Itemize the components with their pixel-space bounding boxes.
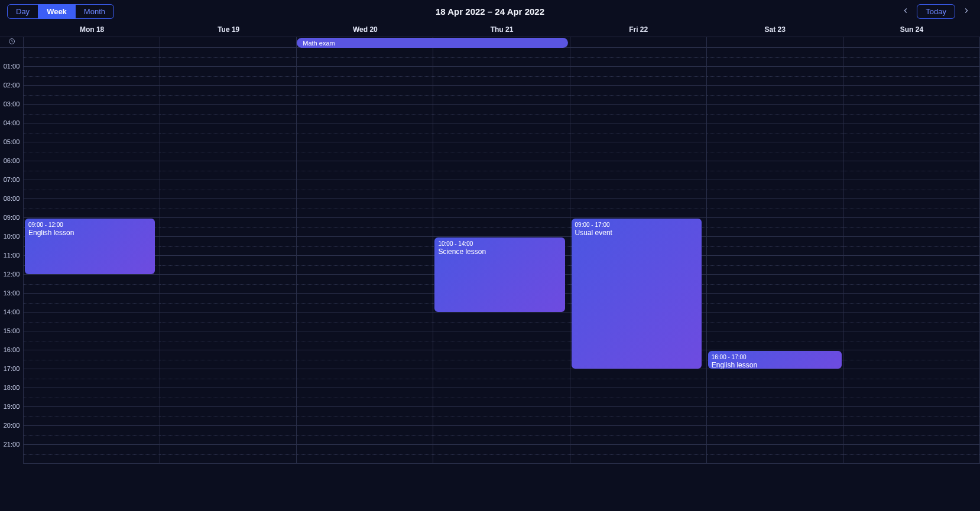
day-column[interactable]: 10:00 - 14:00Science lesson — [433, 48, 570, 464]
hour-cell[interactable] — [707, 294, 843, 313]
hour-cell[interactable] — [433, 313, 569, 331]
hour-cell[interactable] — [24, 180, 160, 199]
hour-cell[interactable] — [570, 86, 706, 105]
hour-cell[interactable] — [843, 199, 979, 218]
hour-cell[interactable] — [297, 426, 433, 445]
hour-cell[interactable] — [843, 218, 979, 237]
hour-cell[interactable] — [707, 199, 843, 218]
hour-cell[interactable] — [24, 161, 160, 180]
hour-cell[interactable] — [297, 123, 433, 142]
hour-cell[interactable] — [843, 67, 979, 86]
day-header[interactable]: Sat 23 — [707, 25, 843, 34]
hour-cell[interactable] — [433, 142, 569, 161]
hour-cell[interactable] — [160, 105, 296, 123]
hour-cell[interactable] — [24, 199, 160, 218]
hour-cell[interactable] — [24, 313, 160, 331]
hour-cell[interactable] — [160, 426, 296, 445]
hour-cell[interactable] — [160, 256, 296, 275]
hour-cell[interactable] — [843, 445, 979, 464]
hour-cell[interactable] — [24, 388, 160, 407]
hour-cell[interactable] — [297, 237, 433, 256]
hour-cell[interactable] — [433, 369, 569, 388]
hour-cell[interactable] — [297, 294, 433, 313]
calendar-event[interactable]: 09:00 - 12:00English lesson — [25, 219, 155, 274]
day-column[interactable] — [843, 48, 980, 464]
hour-cell[interactable] — [160, 48, 296, 67]
hour-cell[interactable] — [843, 388, 979, 407]
hour-cell[interactable] — [707, 313, 843, 331]
hour-cell[interactable] — [570, 67, 706, 86]
hour-cell[interactable] — [297, 199, 433, 218]
hour-cell[interactable] — [570, 123, 706, 142]
hour-cell[interactable] — [433, 331, 569, 350]
hour-cell[interactable] — [160, 331, 296, 350]
hour-cell[interactable] — [707, 67, 843, 86]
hour-cell[interactable] — [843, 180, 979, 199]
hour-cell[interactable] — [24, 142, 160, 161]
hour-cell[interactable] — [160, 313, 296, 331]
hour-cell[interactable] — [707, 388, 843, 407]
hour-cell[interactable] — [707, 426, 843, 445]
day-header[interactable]: Fri 22 — [570, 25, 707, 34]
day-header[interactable]: Sun 24 — [843, 25, 980, 34]
hour-cell[interactable] — [707, 123, 843, 142]
hour-cell[interactable] — [843, 426, 979, 445]
day-header[interactable]: Mon 18 — [24, 25, 160, 34]
hour-cell[interactable] — [843, 313, 979, 331]
hour-cell[interactable] — [843, 48, 979, 67]
hour-cell[interactable] — [707, 218, 843, 237]
hour-cell[interactable] — [570, 407, 706, 426]
hour-cell[interactable] — [843, 407, 979, 426]
hour-cell[interactable] — [160, 294, 296, 313]
hour-cell[interactable] — [24, 369, 160, 388]
hour-cell[interactable] — [843, 105, 979, 123]
hour-cell[interactable] — [160, 275, 296, 294]
hour-cell[interactable] — [707, 369, 843, 388]
hour-cell[interactable] — [570, 199, 706, 218]
hour-cell[interactable] — [297, 161, 433, 180]
hour-cell[interactable] — [24, 86, 160, 105]
hour-cell[interactable] — [433, 426, 569, 445]
hour-cell[interactable] — [707, 237, 843, 256]
hour-cell[interactable] — [24, 67, 160, 86]
hour-cell[interactable] — [843, 350, 979, 369]
calendar-event[interactable]: 09:00 - 17:00Usual event — [572, 219, 702, 369]
hour-cell[interactable] — [707, 180, 843, 199]
hour-cell[interactable] — [297, 313, 433, 331]
hour-cell[interactable] — [707, 331, 843, 350]
view-month-button[interactable]: Month — [75, 5, 113, 18]
hour-cell[interactable] — [160, 407, 296, 426]
hour-cell[interactable] — [160, 388, 296, 407]
hour-cell[interactable] — [707, 86, 843, 105]
hour-cell[interactable] — [433, 388, 569, 407]
hour-cell[interactable] — [707, 407, 843, 426]
hour-cell[interactable] — [24, 445, 160, 464]
hour-cell[interactable] — [160, 142, 296, 161]
hour-cell[interactable] — [24, 350, 160, 369]
hour-cell[interactable] — [433, 123, 569, 142]
hour-cell[interactable] — [297, 105, 433, 123]
hour-cell[interactable] — [297, 67, 433, 86]
hour-cell[interactable] — [297, 275, 433, 294]
allday-track[interactable]: Math exam — [24, 37, 980, 47]
hour-cell[interactable] — [160, 161, 296, 180]
hour-cell[interactable] — [297, 445, 433, 464]
next-week-button[interactable] — [960, 4, 973, 19]
calendar-event[interactable]: 10:00 - 14:00Science lesson — [434, 237, 564, 312]
hour-cell[interactable] — [843, 86, 979, 105]
hour-cell[interactable] — [707, 161, 843, 180]
hour-cell[interactable] — [570, 369, 706, 388]
day-column[interactable] — [160, 48, 297, 464]
hour-cell[interactable] — [297, 256, 433, 275]
hour-cell[interactable] — [24, 407, 160, 426]
hour-cell[interactable] — [297, 388, 433, 407]
hour-cell[interactable] — [160, 86, 296, 105]
view-day-button[interactable]: Day — [8, 5, 38, 18]
hour-cell[interactable] — [160, 67, 296, 86]
hour-cell[interactable] — [160, 123, 296, 142]
hour-cell[interactable] — [297, 369, 433, 388]
hour-cell[interactable] — [843, 275, 979, 294]
hour-cell[interactable] — [570, 180, 706, 199]
hour-cell[interactable] — [433, 180, 569, 199]
hour-cell[interactable] — [160, 218, 296, 237]
